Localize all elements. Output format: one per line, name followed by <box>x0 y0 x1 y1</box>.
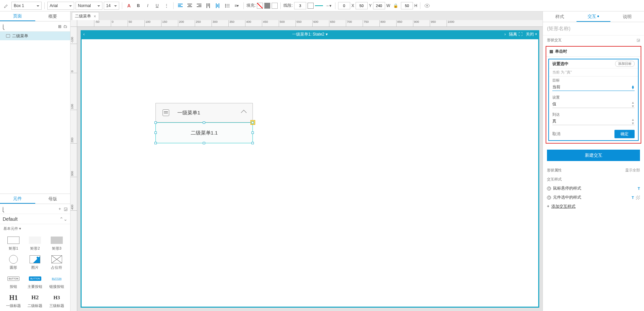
font-size-select[interactable]: 14 <box>104 2 119 10</box>
chevron-left-icon[interactable]: ‹ <box>83 32 85 37</box>
h-label: H <box>414 3 417 8</box>
clipboard-icon <box>163 109 169 116</box>
hover-style-row[interactable]: 鼠标悬停的样式 T <box>543 184 644 193</box>
fill-outer-shadow[interactable] <box>272 3 278 9</box>
fill-checker-icon[interactable] <box>636 196 640 200</box>
document-tab[interactable]: 二级菜单 × <box>72 12 99 20</box>
visibility-icon[interactable] <box>423 2 431 10</box>
target-select[interactable]: 当前▲▼ <box>552 84 635 91</box>
font-style-select[interactable]: Normal <box>76 2 102 10</box>
widget-circle[interactable]: 圆形 <box>3 254 24 271</box>
widget-link-button[interactable]: BUTTON链接按钮 <box>47 273 67 291</box>
right-panel: 样式 交互 说明 (矩形名称) 形状交互 ◲ 单击时 设置选中 添加目标 当前 … <box>543 11 644 311</box>
dynamic-panel-body[interactable]: 一级菜单1 二级菜单1.1 ⚡ <box>81 38 539 308</box>
widget-search-input[interactable] <box>5 207 56 211</box>
svg-point-0 <box>225 4 226 5</box>
library-select[interactable]: Default⌃⌄ <box>0 214 70 224</box>
condition-text[interactable]: 当前 为 "真" <box>549 68 638 76</box>
menu-level-2-selected[interactable]: 二级菜单1.1 ⚡ <box>155 122 253 143</box>
tab-masters[interactable]: 母版 <box>35 194 71 204</box>
chevron-down-icon[interactable]: ▾ <box>326 32 328 37</box>
document-tab-bar: 二级菜单 × <box>71 11 543 20</box>
style-state-icon <box>547 187 551 191</box>
rename-icon[interactable] <box>2 2 10 10</box>
selected-style-row[interactable]: 元件选中的样式 T <box>543 193 644 202</box>
size-h-input[interactable] <box>401 2 413 9</box>
lock-aspect-icon[interactable]: 🔒 <box>392 2 400 10</box>
widget-h1[interactable]: H1一级标题 <box>3 292 24 310</box>
widget-primary-button[interactable]: BUTTON主要按钮 <box>25 273 45 291</box>
menu-level-1[interactable]: 一级菜单1 <box>155 103 253 122</box>
tab-style[interactable]: 样式 <box>543 11 577 22</box>
widget-rect2[interactable]: 矩形2 <box>25 235 45 252</box>
size-w-input[interactable] <box>373 2 385 9</box>
ok-button[interactable]: 确定 <box>614 130 635 138</box>
section-add-icon[interactable]: ◲ <box>637 38 640 42</box>
interaction-event-row[interactable]: 单击时 <box>546 47 641 57</box>
dp-close-button[interactable]: 关闭 × <box>526 32 537 37</box>
tab-pages[interactable]: 页面 <box>0 11 35 21</box>
cancel-button[interactable]: 取消 <box>552 131 560 137</box>
section-shape-interactions: 形状交互 <box>547 38 562 43</box>
canvas-viewport[interactable]: ‹ 一级菜单1: State2 ▾ › 隔离 ⛶ 关闭 × 一级菜单1 <box>77 27 543 311</box>
widget-button[interactable]: BUTTON按钮 <box>3 273 24 291</box>
lib-view-icon[interactable]: ◲ <box>64 205 67 213</box>
lib-group-title[interactable]: 基本元件 ▾ <box>0 224 70 233</box>
set-label: 设置 <box>552 95 635 100</box>
tab-notes[interactable]: 说明 <box>610 11 644 22</box>
stroke-width-input[interactable] <box>294 2 306 9</box>
align-bullets-icon[interactable] <box>223 2 231 10</box>
align-top-icon[interactable] <box>204 2 213 10</box>
underline-icon[interactable]: U <box>153 2 161 10</box>
tree-item-label: 二级菜单 <box>12 33 28 39</box>
add-page-icon[interactable]: ⊞ <box>58 22 61 31</box>
align-center-icon[interactable] <box>186 2 194 10</box>
shape-name-field[interactable]: (矩形名称) <box>543 22 644 36</box>
tab-interactions[interactable]: 交互 <box>577 11 610 22</box>
widget-h2[interactable]: H2二级标题 <box>25 292 45 310</box>
stroke-style-icon[interactable] <box>315 2 323 10</box>
stroke-color[interactable] <box>308 3 314 9</box>
pos-y-input[interactable] <box>356 2 368 9</box>
show-all-link[interactable]: 显示全部 <box>625 168 640 173</box>
align-middle-icon[interactable] <box>214 2 222 10</box>
align-right-icon[interactable] <box>195 2 203 10</box>
isolate-toggle[interactable]: 隔离 ⛶ <box>509 32 522 37</box>
add-target-button[interactable]: 添加目标 <box>615 61 635 67</box>
widget-h3[interactable]: H3三级标题 <box>47 292 67 310</box>
widget-rect1[interactable]: 矩形1 <box>3 235 24 252</box>
page-search-input[interactable] <box>6 24 56 29</box>
pos-x-input[interactable] <box>338 2 350 9</box>
chevron-right-icon[interactable]: › <box>504 32 506 37</box>
widget-image[interactable]: 图片 <box>25 254 45 271</box>
stroke-label: 线段: <box>283 3 292 8</box>
to-select[interactable]: 真▲▼ <box>552 118 635 125</box>
align-left-icon[interactable] <box>176 2 184 10</box>
fill-inner-shadow[interactable] <box>264 3 270 9</box>
tab-outline[interactable]: 概要 <box>35 11 71 21</box>
widget-placeholder[interactable]: 占位符 <box>47 254 67 271</box>
bold-icon[interactable]: B <box>134 2 142 10</box>
italic-icon[interactable]: I <box>144 2 152 10</box>
text-color-icon[interactable]: A <box>125 2 133 10</box>
add-lib-icon[interactable]: ＋ <box>58 205 62 213</box>
text-style-icon[interactable]: T <box>638 187 640 191</box>
fill-swatch[interactable] <box>257 3 263 9</box>
dynamic-panel-header[interactable]: ‹ 一级菜单1: State2 ▾ › 隔离 ⛶ 关闭 × <box>81 30 539 38</box>
set-select[interactable]: 值▲▼ <box>552 101 635 108</box>
add-ix-style-row[interactable]: +添加交互样式 <box>543 202 644 211</box>
event-bullet-icon <box>550 50 553 53</box>
arrow-style-icon[interactable]: →▾ <box>324 2 332 10</box>
ruler-horizontal: -500501001502002503003504004505005506006… <box>77 20 543 27</box>
widget-rect3[interactable]: 矩形3 <box>47 235 67 252</box>
new-interaction-button[interactable]: 新建交互 <box>547 150 640 161</box>
add-folder-icon[interactable]: 🗀 <box>63 22 67 31</box>
tab-widgets[interactable]: 元件 <box>0 194 35 204</box>
line-spacing-icon[interactable]: ≡▾ <box>233 2 241 10</box>
text-style-icon[interactable]: T <box>632 196 634 200</box>
close-tab-icon[interactable]: × <box>94 14 96 19</box>
shape-name-select[interactable]: Box 1 <box>11 2 42 10</box>
more-text-icon[interactable]: ⋮ <box>163 2 171 10</box>
font-family-select[interactable]: Arial <box>47 2 74 10</box>
tree-item-submenu[interactable]: 二级菜单 <box>0 32 70 40</box>
